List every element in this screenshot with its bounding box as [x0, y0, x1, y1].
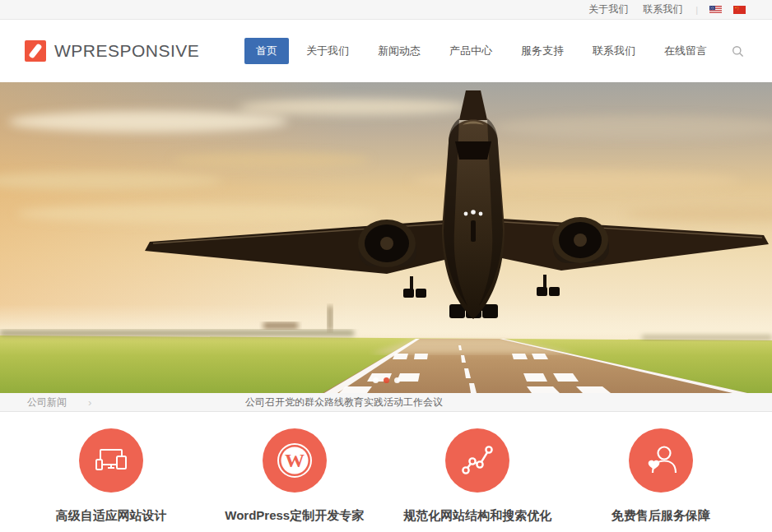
- us-flag-icon[interactable]: [709, 6, 722, 14]
- feature-title: 免费售后服务保障: [612, 508, 710, 524]
- site-logo[interactable]: WPRESPONSIVE: [25, 40, 199, 62]
- site-title: WPRESPONSIVE: [54, 41, 199, 61]
- nav-item-news[interactable]: 新闻动态: [366, 38, 432, 64]
- nav-item-guestbook[interactable]: 在线留言: [653, 38, 719, 64]
- nav-item-about[interactable]: 关于我们: [295, 38, 360, 64]
- feature-responsive-design: 高级自适应网站设计 我们设计开发的响应式WordPress高级企业主题，: [20, 428, 203, 532]
- nav-item-home[interactable]: 首页: [244, 38, 289, 64]
- feature-title: 高级自适应网站设计: [56, 508, 167, 524]
- slider-dot-3[interactable]: [394, 377, 400, 383]
- topbar-link-contact[interactable]: 联系我们: [643, 2, 682, 16]
- ticker-headline-link[interactable]: 公司召开党的群众路线教育实践活动工作会议: [245, 393, 443, 412]
- hero-slider[interactable]: [0, 82, 772, 393]
- topbar: 关于我们 联系我们 |: [0, 0, 772, 20]
- feature-wordpress-dev: W WordPress定制开发专家 WPYOU是国内专业提供WordPress网…: [203, 428, 387, 532]
- nav-item-products[interactable]: 产品中心: [438, 38, 504, 64]
- customer-care-icon[interactable]: [629, 428, 693, 493]
- seo-chart-icon[interactable]: [445, 428, 509, 493]
- feature-seo-structure: 规范化网站结构和搜索优化 简洁高效的规范化代码结构可以更好地保证网站的: [386, 428, 570, 532]
- nav-item-contact[interactable]: 联系我们: [581, 38, 647, 64]
- news-ticker: 公司新闻 › 公司召开党的群众路线教育实践活动工作会议: [0, 393, 772, 412]
- features-section: 高级自适应网站设计 我们设计开发的响应式WordPress高级企业主题， W W…: [0, 412, 772, 532]
- hero-airplane-image: [0, 82, 772, 393]
- site-header: WPRESPONSIVE 首页 关于我们 新闻动态 产品中心 服务支持 联系我们…: [0, 20, 772, 82]
- wordpress-icon[interactable]: W: [263, 428, 327, 493]
- feature-title: WordPress定制开发专家: [225, 508, 364, 524]
- responsive-devices-icon[interactable]: [79, 428, 143, 493]
- cn-flag-icon[interactable]: [733, 6, 746, 14]
- wpresponsive-logo-icon: [25, 40, 46, 62]
- chevron-right-icon: ›: [88, 396, 91, 409]
- slider-dot-1[interactable]: [373, 377, 379, 383]
- topbar-divider: |: [695, 5, 698, 15]
- topbar-link-about[interactable]: 关于我们: [588, 2, 628, 16]
- slider-dots: [0, 377, 772, 383]
- svg-text:W: W: [285, 450, 305, 471]
- nav-item-support[interactable]: 服务支持: [509, 38, 575, 64]
- feature-title: 规范化网站结构和搜索优化: [403, 508, 551, 524]
- feature-after-sales: 免费售后服务保障 我们为客户提供长期及时的在线售后服务支持、免: [570, 428, 753, 532]
- slider-dot-2-active[interactable]: [384, 377, 389, 383]
- ticker-category-label: 公司新闻: [27, 396, 67, 409]
- search-icon[interactable]: [728, 42, 747, 61]
- main-nav: 首页 关于我们 新闻动态 产品中心 服务支持 联系我们 在线留言: [239, 38, 747, 64]
